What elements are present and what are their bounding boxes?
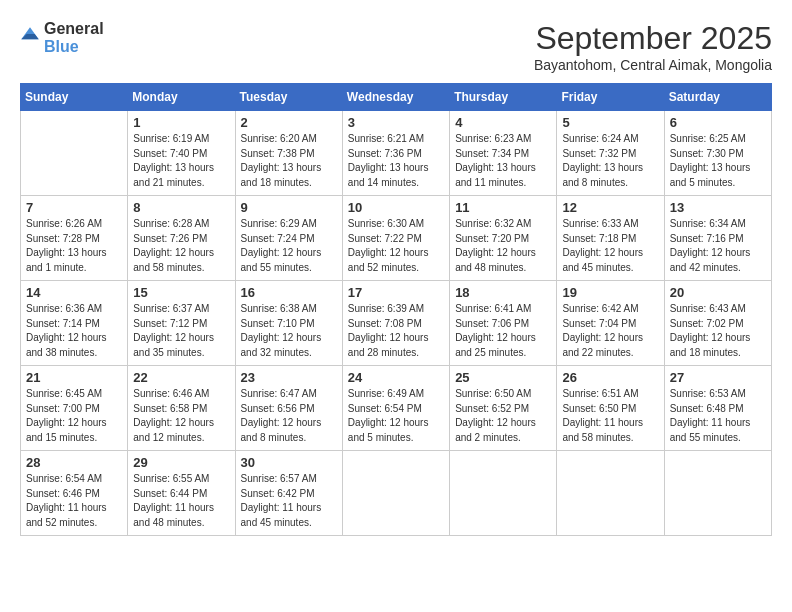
day-number: 23: [241, 370, 337, 385]
day-number: 14: [26, 285, 122, 300]
day-number: 26: [562, 370, 658, 385]
day-number: 9: [241, 200, 337, 215]
calendar-cell: 5Sunrise: 6:24 AMSunset: 7:32 PMDaylight…: [557, 111, 664, 196]
day-number: 8: [133, 200, 229, 215]
calendar-cell: 12Sunrise: 6:33 AMSunset: 7:18 PMDayligh…: [557, 196, 664, 281]
day-info: Sunrise: 6:42 AMSunset: 7:04 PMDaylight:…: [562, 302, 658, 360]
calendar-week-4: 21Sunrise: 6:45 AMSunset: 7:00 PMDayligh…: [21, 366, 772, 451]
day-header-saturday: Saturday: [664, 84, 771, 111]
day-number: 16: [241, 285, 337, 300]
day-info: Sunrise: 6:41 AMSunset: 7:06 PMDaylight:…: [455, 302, 551, 360]
day-number: 20: [670, 285, 766, 300]
calendar-cell: 3Sunrise: 6:21 AMSunset: 7:36 PMDaylight…: [342, 111, 449, 196]
calendar-cell: 8Sunrise: 6:28 AMSunset: 7:26 PMDaylight…: [128, 196, 235, 281]
calendar-cell: 1Sunrise: 6:19 AMSunset: 7:40 PMDaylight…: [128, 111, 235, 196]
day-number: 12: [562, 200, 658, 215]
calendar-cell: 29Sunrise: 6:55 AMSunset: 6:44 PMDayligh…: [128, 451, 235, 536]
day-info: Sunrise: 6:33 AMSunset: 7:18 PMDaylight:…: [562, 217, 658, 275]
calendar-cell: 17Sunrise: 6:39 AMSunset: 7:08 PMDayligh…: [342, 281, 449, 366]
logo-icon: [20, 26, 40, 46]
calendar-cell: 20Sunrise: 6:43 AMSunset: 7:02 PMDayligh…: [664, 281, 771, 366]
day-number: 15: [133, 285, 229, 300]
calendar-header-row: SundayMondayTuesdayWednesdayThursdayFrid…: [21, 84, 772, 111]
calendar-cell: 16Sunrise: 6:38 AMSunset: 7:10 PMDayligh…: [235, 281, 342, 366]
calendar-cell: 15Sunrise: 6:37 AMSunset: 7:12 PMDayligh…: [128, 281, 235, 366]
day-number: 10: [348, 200, 444, 215]
calendar-cell: 18Sunrise: 6:41 AMSunset: 7:06 PMDayligh…: [450, 281, 557, 366]
calendar-cell: 13Sunrise: 6:34 AMSunset: 7:16 PMDayligh…: [664, 196, 771, 281]
day-number: 13: [670, 200, 766, 215]
day-number: 25: [455, 370, 551, 385]
day-info: Sunrise: 6:45 AMSunset: 7:00 PMDaylight:…: [26, 387, 122, 445]
calendar-cell: 26Sunrise: 6:51 AMSunset: 6:50 PMDayligh…: [557, 366, 664, 451]
day-header-friday: Friday: [557, 84, 664, 111]
day-info: Sunrise: 6:28 AMSunset: 7:26 PMDaylight:…: [133, 217, 229, 275]
day-info: Sunrise: 6:55 AMSunset: 6:44 PMDaylight:…: [133, 472, 229, 530]
day-info: Sunrise: 6:38 AMSunset: 7:10 PMDaylight:…: [241, 302, 337, 360]
location: Bayantohom, Central Aimak, Mongolia: [534, 57, 772, 73]
calendar-week-5: 28Sunrise: 6:54 AMSunset: 6:46 PMDayligh…: [21, 451, 772, 536]
day-number: 1: [133, 115, 229, 130]
day-number: 24: [348, 370, 444, 385]
day-number: 6: [670, 115, 766, 130]
day-info: Sunrise: 6:43 AMSunset: 7:02 PMDaylight:…: [670, 302, 766, 360]
calendar-week-1: 1Sunrise: 6:19 AMSunset: 7:40 PMDaylight…: [21, 111, 772, 196]
day-number: 30: [241, 455, 337, 470]
calendar-cell: [664, 451, 771, 536]
day-number: 28: [26, 455, 122, 470]
calendar-cell: [21, 111, 128, 196]
day-number: 2: [241, 115, 337, 130]
title-block: September 2025 Bayantohom, Central Aimak…: [534, 20, 772, 73]
day-header-thursday: Thursday: [450, 84, 557, 111]
calendar-cell: 4Sunrise: 6:23 AMSunset: 7:34 PMDaylight…: [450, 111, 557, 196]
day-info: Sunrise: 6:34 AMSunset: 7:16 PMDaylight:…: [670, 217, 766, 275]
day-info: Sunrise: 6:29 AMSunset: 7:24 PMDaylight:…: [241, 217, 337, 275]
day-number: 21: [26, 370, 122, 385]
day-info: Sunrise: 6:39 AMSunset: 7:08 PMDaylight:…: [348, 302, 444, 360]
calendar-week-2: 7Sunrise: 6:26 AMSunset: 7:28 PMDaylight…: [21, 196, 772, 281]
day-info: Sunrise: 6:51 AMSunset: 6:50 PMDaylight:…: [562, 387, 658, 445]
day-info: Sunrise: 6:37 AMSunset: 7:12 PMDaylight:…: [133, 302, 229, 360]
calendar-cell: 11Sunrise: 6:32 AMSunset: 7:20 PMDayligh…: [450, 196, 557, 281]
day-info: Sunrise: 6:21 AMSunset: 7:36 PMDaylight:…: [348, 132, 444, 190]
calendar-cell: 30Sunrise: 6:57 AMSunset: 6:42 PMDayligh…: [235, 451, 342, 536]
logo-blue: Blue: [44, 38, 104, 56]
day-number: 3: [348, 115, 444, 130]
calendar-body: 1Sunrise: 6:19 AMSunset: 7:40 PMDaylight…: [21, 111, 772, 536]
calendar-cell: 2Sunrise: 6:20 AMSunset: 7:38 PMDaylight…: [235, 111, 342, 196]
day-header-sunday: Sunday: [21, 84, 128, 111]
calendar-cell: 14Sunrise: 6:36 AMSunset: 7:14 PMDayligh…: [21, 281, 128, 366]
calendar-cell: 6Sunrise: 6:25 AMSunset: 7:30 PMDaylight…: [664, 111, 771, 196]
calendar-cell: 23Sunrise: 6:47 AMSunset: 6:56 PMDayligh…: [235, 366, 342, 451]
day-header-tuesday: Tuesday: [235, 84, 342, 111]
calendar-cell: 19Sunrise: 6:42 AMSunset: 7:04 PMDayligh…: [557, 281, 664, 366]
calendar-cell: [557, 451, 664, 536]
page-header: General Blue September 2025 Bayantohom, …: [20, 20, 772, 73]
day-info: Sunrise: 6:36 AMSunset: 7:14 PMDaylight:…: [26, 302, 122, 360]
calendar-cell: [342, 451, 449, 536]
day-info: Sunrise: 6:47 AMSunset: 6:56 PMDaylight:…: [241, 387, 337, 445]
day-info: Sunrise: 6:25 AMSunset: 7:30 PMDaylight:…: [670, 132, 766, 190]
calendar-week-3: 14Sunrise: 6:36 AMSunset: 7:14 PMDayligh…: [21, 281, 772, 366]
day-info: Sunrise: 6:20 AMSunset: 7:38 PMDaylight:…: [241, 132, 337, 190]
logo-general: General: [44, 20, 104, 38]
day-header-wednesday: Wednesday: [342, 84, 449, 111]
day-info: Sunrise: 6:24 AMSunset: 7:32 PMDaylight:…: [562, 132, 658, 190]
day-header-monday: Monday: [128, 84, 235, 111]
calendar-cell: 9Sunrise: 6:29 AMSunset: 7:24 PMDaylight…: [235, 196, 342, 281]
calendar-cell: [450, 451, 557, 536]
day-info: Sunrise: 6:57 AMSunset: 6:42 PMDaylight:…: [241, 472, 337, 530]
day-number: 7: [26, 200, 122, 215]
calendar-cell: 22Sunrise: 6:46 AMSunset: 6:58 PMDayligh…: [128, 366, 235, 451]
day-number: 11: [455, 200, 551, 215]
day-number: 22: [133, 370, 229, 385]
day-info: Sunrise: 6:54 AMSunset: 6:46 PMDaylight:…: [26, 472, 122, 530]
day-number: 19: [562, 285, 658, 300]
calendar-cell: 21Sunrise: 6:45 AMSunset: 7:00 PMDayligh…: [21, 366, 128, 451]
day-number: 5: [562, 115, 658, 130]
day-number: 29: [133, 455, 229, 470]
day-number: 18: [455, 285, 551, 300]
day-info: Sunrise: 6:30 AMSunset: 7:22 PMDaylight:…: [348, 217, 444, 275]
day-info: Sunrise: 6:50 AMSunset: 6:52 PMDaylight:…: [455, 387, 551, 445]
day-number: 4: [455, 115, 551, 130]
